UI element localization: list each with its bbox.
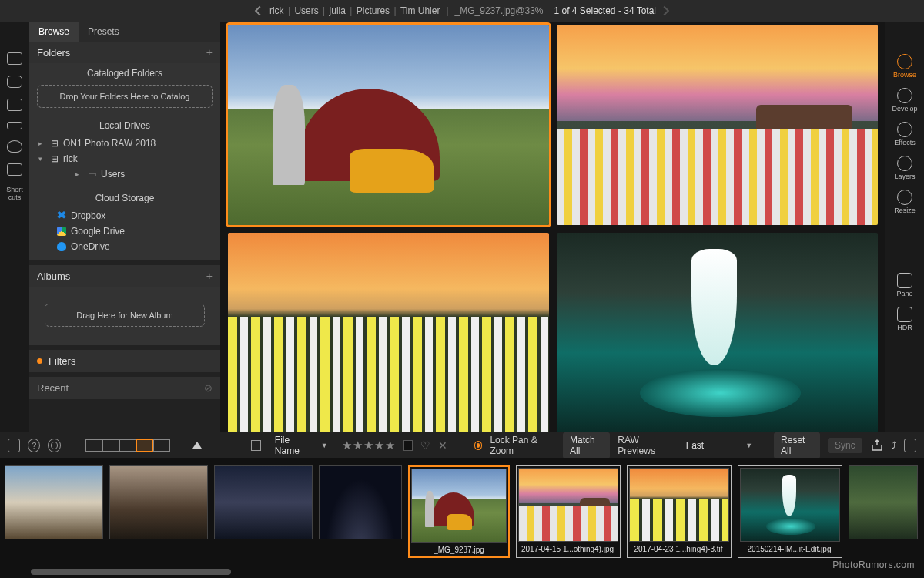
gear-icon[interactable] <box>48 439 60 452</box>
filmstrip-thumb[interactable] <box>5 465 103 558</box>
albums-title: Albums <box>37 271 70 282</box>
help-icon[interactable]: ? <box>28 439 40 452</box>
develop-icon <box>897 88 912 103</box>
view-survey-icon[interactable] <box>136 439 153 452</box>
grid-thumb[interactable] <box>228 25 549 225</box>
view-mode-switch <box>85 439 170 452</box>
tool-resize[interactable]: Resize <box>892 185 917 219</box>
print-icon[interactable] <box>904 439 916 452</box>
add-folder-button[interactable]: + <box>206 46 213 59</box>
local-drives-header: Local Drives <box>29 116 220 134</box>
breadcrumb-sep: | <box>320 5 328 16</box>
filmstrip-thumb[interactable] <box>109 465 208 558</box>
effects-icon <box>897 122 912 137</box>
filmstrip-thumb[interactable] <box>214 465 313 558</box>
raw-preview-dropdown[interactable]: Fast ▼ <box>680 438 758 453</box>
cloud-icon[interactable] <box>7 140 22 153</box>
view-compare-icon[interactable] <box>119 439 136 452</box>
tool-label: Browse <box>893 71 916 79</box>
thumb-image <box>411 469 507 543</box>
catalog-dropzone[interactable]: Drop Your Folders Here to Catalog <box>37 85 213 108</box>
nav-back-icon[interactable] <box>253 5 263 16</box>
filmstrip-thumb[interactable]: _MG_9237.jpg <box>408 465 510 558</box>
breadcrumb-segment[interactable]: Pictures <box>355 5 391 16</box>
export-icon[interactable] <box>870 439 884 452</box>
lock-pan-zoom-radio[interactable] <box>474 441 483 450</box>
monitor-icon[interactable] <box>7 52 22 65</box>
share-icon[interactable]: ⤴ <box>892 440 896 451</box>
like-icon[interactable]: ♡ <box>420 439 430 452</box>
tool-layers[interactable]: Layers <box>892 151 917 185</box>
gdrive-icon <box>57 227 66 236</box>
layers-icon <box>897 156 912 171</box>
drive-row[interactable]: ▸ ⊟ ON1 Photo RAW 2018 <box>35 136 214 151</box>
sidebar-tabs: Browse Presets <box>29 22 220 42</box>
breadcrumb-segment[interactable]: Tim Uhler <box>399 5 442 16</box>
info-panel-icon[interactable] <box>8 439 20 452</box>
cloud-service-row[interactable]: Google Drive <box>35 223 214 239</box>
view-single-icon[interactable] <box>102 439 119 452</box>
color-label-picker[interactable] <box>403 440 413 451</box>
breadcrumb-segment[interactable]: Users <box>293 5 320 16</box>
thumb-image <box>214 465 313 539</box>
tool-develop[interactable]: Develop <box>892 83 917 117</box>
filmstrip-thumb[interactable]: 20150214-IM...it-Edit.jpg <box>738 465 842 558</box>
chevron-right-icon[interactable]: ▸ <box>38 139 46 147</box>
rating-stars[interactable]: ★★★★★ <box>342 439 396 452</box>
view-grid-icon[interactable] <box>85 439 102 452</box>
chevron-right-icon[interactable]: ▸ <box>75 170 83 178</box>
left-shortcut-rail: Short cuts <box>0 22 29 432</box>
sort-dropdown[interactable]: File Name ▼ <box>269 432 334 459</box>
tool-pano[interactable]: Pano <box>896 268 912 302</box>
filters-panel-header[interactable]: Filters <box>29 350 220 372</box>
folder-row[interactable]: ▸ ▭ Users <box>35 166 214 182</box>
watermark: PhotoRumors.com <box>832 560 915 570</box>
tool-hdr[interactable]: HDR <box>896 302 912 336</box>
match-all-button[interactable]: Match All <box>563 432 610 459</box>
view-map-icon[interactable] <box>153 439 170 452</box>
breadcrumb-segment[interactable]: julia <box>328 5 347 16</box>
filmstrip-thumb[interactable]: 2017-04-15 1...othing4).jpg <box>516 465 621 558</box>
tool-browse[interactable]: Browse <box>892 49 917 83</box>
add-album-button[interactable]: + <box>206 270 213 282</box>
drive-row[interactable]: ▾ ⊟ rick <box>35 151 214 166</box>
grid-thumb[interactable] <box>557 233 878 432</box>
breadcrumb-file[interactable]: _MG_9237.jpg@33% <box>454 5 545 16</box>
pano-icon <box>897 273 912 288</box>
grid-thumb[interactable] <box>228 233 549 432</box>
chevron-down-icon: ▼ <box>745 442 752 449</box>
filmstrip-thumb[interactable] <box>319 465 402 558</box>
filmstrip-scrollbar[interactable] <box>31 569 231 575</box>
tool-label: Resize <box>894 207 916 214</box>
cloud-service-row[interactable]: Dropbox <box>35 208 214 223</box>
tab-presets[interactable]: Presets <box>79 22 129 42</box>
folder-label: Users <box>101 169 125 180</box>
stack-icon[interactable] <box>7 163 22 176</box>
tool-label: Effects <box>894 139 915 146</box>
drive-icon[interactable] <box>7 122 22 129</box>
thumb-image <box>518 468 618 542</box>
breadcrumb-segment[interactable]: rick <box>268 5 286 16</box>
nav-fwd-icon[interactable] <box>661 5 671 16</box>
chevron-down-icon[interactable]: ▾ <box>38 155 46 163</box>
grid-thumb[interactable] <box>557 25 878 225</box>
drive-icon: ⊟ <box>51 153 59 164</box>
size-slider-icon[interactable] <box>192 442 202 449</box>
album-dropzone[interactable]: Drag Here for New Album <box>45 304 205 327</box>
reject-icon[interactable]: ✕ <box>438 439 447 452</box>
camera-icon[interactable] <box>7 76 22 88</box>
sync-button[interactable]: Sync <box>828 438 862 453</box>
tab-browse[interactable]: Browse <box>29 22 79 42</box>
filmstrip[interactable]: _MG_9237.jpg2017-04-15 1...othing4).jpg2… <box>0 458 924 578</box>
thumb-caption: _MG_9237.jpg <box>411 543 507 554</box>
select-checkbox[interactable] <box>251 440 261 451</box>
thumb-image <box>740 468 840 542</box>
reset-all-button[interactable]: Reset All <box>774 432 820 459</box>
filmstrip-thumb[interactable] <box>849 465 918 558</box>
recent-clear-icon[interactable]: ⊘ <box>204 382 213 394</box>
filmstrip-thumb[interactable]: 2017-04-23 1...hing4)-3.tif <box>627 465 732 558</box>
folder-icon[interactable] <box>7 99 22 111</box>
cloud-service-row[interactable]: OneDrive <box>35 239 214 254</box>
recent-panel-header[interactable]: Recent ⊘ <box>29 377 220 399</box>
tool-effects[interactable]: Effects <box>892 117 917 151</box>
